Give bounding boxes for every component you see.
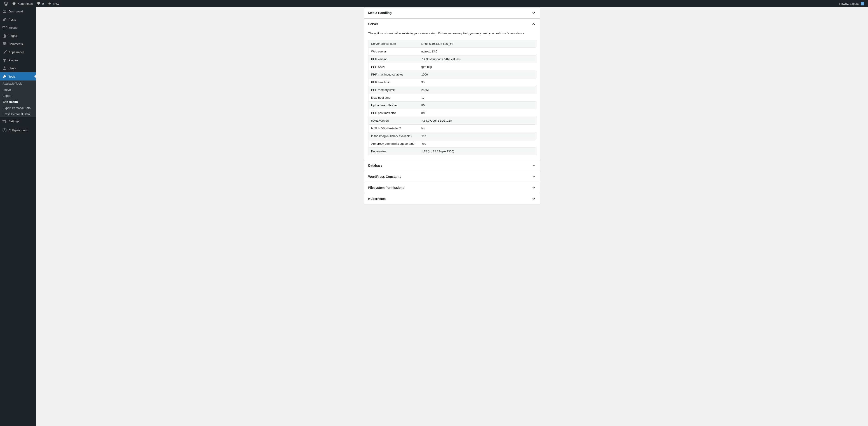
menu-plugins[interactable]: Plugins bbox=[0, 56, 36, 64]
table-row: Web servernginx/1.13.6 bbox=[368, 48, 536, 55]
svg-point-0 bbox=[3, 128, 6, 132]
table-row: Server architectureLinux 5.10.133+ x86_6… bbox=[368, 40, 536, 48]
site-name[interactable]: Kubernetes bbox=[10, 0, 35, 7]
menu-label: Settings bbox=[8, 120, 19, 123]
menu-label: Appearance bbox=[8, 51, 24, 54]
table-row: PHP SAPIfpm-fcgi bbox=[368, 63, 536, 70]
table-row: Are pretty permalinks supported?Yes bbox=[368, 140, 536, 147]
table-row: Max input time-1 bbox=[368, 94, 536, 101]
plug-icon bbox=[2, 58, 7, 62]
home-icon bbox=[12, 1, 16, 6]
menu-label: Comments bbox=[8, 42, 23, 46]
panel-toggle-kubernetes[interactable]: Kubernetes bbox=[364, 193, 540, 204]
brush-icon bbox=[2, 50, 7, 54]
page-icon bbox=[2, 33, 7, 38]
panel-toggle-fs-permissions[interactable]: Filesystem Permissions bbox=[364, 182, 540, 193]
menu-appearance[interactable]: Appearance bbox=[0, 48, 36, 56]
menu-label: Dashboard bbox=[8, 10, 23, 13]
panel-media-handling: Media Handling bbox=[364, 7, 540, 19]
row-value: 30 bbox=[418, 78, 536, 86]
new-label: New bbox=[53, 2, 59, 5]
comments-link[interactable]: 0 bbox=[35, 0, 46, 7]
row-label: PHP memory limit bbox=[368, 86, 418, 94]
row-label: Are pretty permalinks supported? bbox=[368, 140, 418, 147]
menu-users[interactable]: Users bbox=[0, 64, 36, 72]
row-label: PHP time limit bbox=[368, 78, 418, 86]
menu-media[interactable]: Media bbox=[0, 24, 36, 32]
collapse-icon bbox=[2, 128, 7, 132]
row-value: Yes bbox=[418, 140, 536, 147]
panel-fs-permissions: Filesystem Permissions bbox=[364, 182, 540, 193]
table-row: PHP post max size8M bbox=[368, 109, 536, 117]
wordpress-icon bbox=[4, 1, 8, 6]
row-label: PHP max input variables bbox=[368, 70, 418, 78]
wp-logo[interactable] bbox=[2, 0, 10, 7]
row-label: Max input time bbox=[368, 94, 418, 101]
pin-icon bbox=[2, 17, 7, 22]
panel-toggle-media-handling[interactable]: Media Handling bbox=[364, 7, 540, 18]
row-label: Is SUHOSIN installed? bbox=[368, 124, 418, 132]
panel-kubernetes: Kubernetes bbox=[364, 193, 540, 205]
menu-label: Plugins bbox=[8, 59, 18, 62]
row-value: nginx/1.13.6 bbox=[418, 48, 536, 55]
chevron-down-icon bbox=[531, 185, 536, 190]
panel-toggle-server[interactable]: Server bbox=[364, 19, 540, 29]
menu-label: Users bbox=[8, 67, 16, 70]
table-row: Kubernetes1.22 (v1.22.12-gke.2300) bbox=[368, 147, 536, 155]
new-content[interactable]: New bbox=[46, 0, 61, 7]
panel-database: Database bbox=[364, 160, 540, 171]
row-label: Web server bbox=[368, 48, 418, 55]
comment-icon bbox=[36, 1, 41, 6]
media-icon bbox=[2, 25, 7, 30]
panel-toggle-database[interactable]: Database bbox=[364, 160, 540, 171]
menu-label: Posts bbox=[8, 18, 16, 21]
row-label: Kubernetes bbox=[368, 147, 418, 155]
row-value: 1.22 (v1.22.12-gke.2300) bbox=[418, 147, 536, 155]
user-icon bbox=[2, 66, 7, 70]
row-value: -1 bbox=[418, 94, 536, 101]
row-value: 7.64.0 OpenSSL/1.1.1n bbox=[418, 117, 536, 124]
panel-title: Media Handling bbox=[368, 11, 392, 15]
table-row: Upload max filesize8M bbox=[368, 101, 536, 109]
menu-label: Media bbox=[8, 26, 17, 29]
chevron-down-icon bbox=[531, 174, 536, 179]
site-name-label: Kubernetes bbox=[18, 2, 33, 5]
row-label: PHP version bbox=[368, 55, 418, 63]
chevron-down-icon bbox=[531, 163, 536, 168]
panel-title: Kubernetes bbox=[368, 197, 385, 201]
row-label: Upload max filesize bbox=[368, 101, 418, 109]
panel-title: WordPress Constants bbox=[368, 175, 401, 178]
submenu-import[interactable]: Import bbox=[0, 87, 36, 93]
avatar bbox=[861, 2, 864, 5]
wrench-icon bbox=[2, 74, 7, 79]
panel-toggle-wp-constants[interactable]: WordPress Constants bbox=[364, 171, 540, 182]
submenu-available-tools[interactable]: Available Tools bbox=[0, 81, 36, 87]
menu-posts[interactable]: Posts bbox=[0, 16, 36, 24]
collapse-menu[interactable]: Collapse menu bbox=[0, 126, 36, 134]
row-label: cURL version bbox=[368, 117, 418, 124]
table-row: Is the Imagick library available?Yes bbox=[368, 132, 536, 140]
menu-settings[interactable]: Settings bbox=[0, 117, 36, 125]
row-value: 7.4.30 (Supports 64bit values) bbox=[418, 55, 536, 63]
row-value: Yes bbox=[418, 132, 536, 140]
row-label: PHP SAPI bbox=[368, 63, 418, 70]
row-value: 1000 bbox=[418, 70, 536, 78]
comment-icon bbox=[2, 41, 7, 46]
submenu-export[interactable]: Export bbox=[0, 93, 36, 99]
my-account[interactable]: Howdy, Bitpoke bbox=[837, 0, 866, 7]
table-row: cURL version7.64.0 OpenSSL/1.1.1n bbox=[368, 117, 536, 124]
menu-pages[interactable]: Pages bbox=[0, 32, 36, 40]
menu-tools[interactable]: Tools bbox=[0, 72, 36, 81]
table-row: PHP memory limit256M bbox=[368, 86, 536, 94]
howdy-label: Howdy, Bitpoke bbox=[839, 2, 860, 5]
submenu-site-health[interactable]: Site Health bbox=[0, 99, 36, 105]
server-info-table: Server architectureLinux 5.10.133+ x86_6… bbox=[368, 40, 536, 155]
menu-label: Collapse menu bbox=[8, 129, 28, 132]
menu-comments[interactable]: Comments bbox=[0, 40, 36, 48]
submenu-erase-personal[interactable]: Erase Personal Data bbox=[0, 111, 36, 117]
panel-title: Server bbox=[368, 22, 378, 26]
menu-dashboard[interactable]: Dashboard bbox=[0, 7, 36, 16]
submenu-export-personal[interactable]: Export Personal Data bbox=[0, 105, 36, 111]
row-value: 256M bbox=[418, 86, 536, 94]
panel-title: Database bbox=[368, 164, 382, 167]
